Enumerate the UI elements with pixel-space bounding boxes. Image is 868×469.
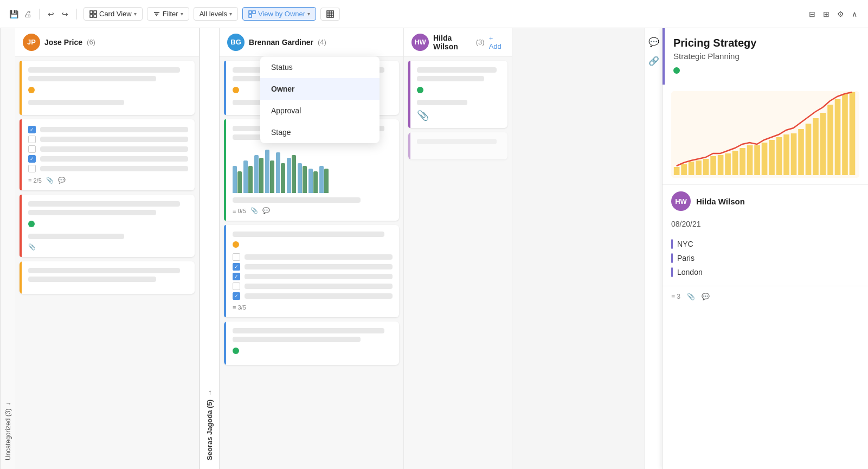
card-accent [408, 61, 410, 128]
card-line [245, 274, 393, 279]
collapse-right-icon[interactable]: ⊞ [821, 9, 831, 19]
card-brennan-3[interactable] [224, 322, 399, 365]
location-nyc: NYC [671, 239, 859, 249]
checkbox[interactable] [28, 145, 36, 153]
detail-locations: NYC Paris London [663, 235, 868, 286]
checkbox[interactable] [28, 126, 36, 133]
card-accent [224, 119, 226, 221]
comment-icon: 💬 [58, 177, 66, 184]
view-by-dropdown: Status Owner Approval Stage [260, 56, 380, 143]
svg-rect-16 [674, 167, 680, 175]
card-line [245, 293, 393, 299]
card-footer: ≡ 0/5 📎 💬 [233, 207, 393, 214]
card-line [233, 328, 384, 333]
seoras-col-wrap: Seoras Jagoda (5) → [200, 28, 220, 469]
svg-rect-29 [769, 140, 775, 175]
col-cards-hilda: 📎 [404, 56, 512, 469]
card-line [28, 76, 156, 81]
attachment-icon: 📎 [46, 177, 54, 184]
svg-rect-2 [90, 15, 93, 17]
column-jose: JP Jose Price (6) [15, 28, 200, 469]
card-jose-3[interactable]: 📎 [20, 195, 195, 257]
view-by-label: View by Owner [258, 10, 305, 18]
detail-status-dot [673, 67, 680, 74]
dropdown-item-status[interactable]: Status [260, 56, 380, 78]
svg-rect-40 [850, 92, 856, 175]
save-icon[interactable]: 💾 [9, 9, 18, 19]
filter-button[interactable]: Filter ▾ [147, 7, 189, 21]
checkbox[interactable] [233, 282, 240, 290]
uncategorized-arrow: ↓ [4, 402, 12, 406]
checkbox-row [28, 165, 188, 172]
settings-icon[interactable]: ⚙ [835, 9, 845, 19]
card-footer: 📎 [28, 243, 188, 250]
chat-icon[interactable]: 💬 [648, 37, 659, 47]
undo-icon[interactable]: ↩ [46, 9, 56, 19]
card-jose-4[interactable] [20, 261, 195, 294]
levels-button[interactable]: All levels ▾ [194, 7, 238, 21]
grid-button[interactable] [320, 8, 340, 21]
dropdown-item-stage[interactable]: Stage [260, 121, 380, 143]
col-header-jose: JP Jose Price (6) [15, 28, 199, 56]
task-count: ≡ 0/5 [233, 208, 246, 214]
svg-rect-36 [820, 113, 826, 175]
filter-chevron: ▾ [181, 11, 183, 17]
task-count: ≡ 3/5 [233, 304, 246, 311]
checkbox-row [28, 136, 188, 143]
checkbox[interactable] [28, 155, 36, 163]
card-hilda-1[interactable]: 📎 [408, 61, 507, 128]
svg-rect-30 [776, 137, 782, 175]
checkbox[interactable] [233, 253, 240, 261]
checkbox[interactable] [233, 263, 240, 271]
print-icon[interactable]: 🖨 [23, 9, 33, 19]
link-icon[interactable]: 🔗 [648, 56, 659, 66]
collapse-left-icon[interactable]: ⊟ [807, 9, 817, 19]
view-by-button[interactable]: View by Owner ▾ [242, 7, 316, 21]
add-button[interactable]: + Add [489, 34, 504, 50]
card-line [245, 254, 393, 260]
svg-rect-26 [747, 145, 753, 175]
card-accent [224, 225, 226, 317]
redo-icon[interactable]: ↪ [60, 9, 70, 19]
card-line [417, 76, 484, 81]
location-label-paris: Paris [677, 254, 695, 262]
card-brennan-2[interactable]: ≡ 3/5 [224, 225, 399, 317]
checkbox[interactable] [28, 136, 36, 143]
card-view-button[interactable]: Card View ▾ [83, 7, 143, 21]
dropdown-item-approval[interactable]: Approval [260, 100, 380, 121]
card-line [28, 67, 180, 73]
card-line [40, 127, 188, 132]
col-title-brennan: Brennan Gardiner [249, 38, 313, 47]
location-london: London [671, 267, 859, 277]
checkbox-row [233, 253, 393, 261]
card-accent [224, 61, 226, 115]
card-jose-2[interactable]: ≡ 2/5 📎 💬 [20, 119, 195, 190]
card-line [28, 234, 124, 239]
filter-label: Filter [163, 10, 178, 18]
card-line [40, 137, 188, 142]
card-hilda-pricing[interactable] [408, 132, 507, 159]
svg-rect-24 [732, 151, 738, 175]
col-count-jose: (6) [87, 38, 95, 46]
col-title-jose: Jose Price [44, 38, 82, 47]
svg-rect-17 [681, 164, 687, 175]
status-dot [233, 348, 239, 354]
card-jose-1[interactable] [20, 61, 195, 115]
card-line [245, 264, 393, 269]
dropdown-item-owner[interactable]: Owner [260, 78, 380, 100]
minimize-icon[interactable]: ∧ [850, 9, 859, 19]
checkbox[interactable] [28, 165, 36, 172]
detail-comment-icon: 💬 [702, 293, 710, 300]
uncategorized-label: Uncategorized (3) [4, 409, 12, 460]
svg-rect-19 [696, 160, 702, 175]
bar-chart [233, 144, 393, 193]
checkbox-row [233, 282, 393, 290]
divider-1 [39, 9, 40, 20]
view-by-chevron: ▾ [307, 11, 310, 17]
svg-rect-27 [754, 145, 760, 175]
checkbox[interactable] [233, 292, 240, 300]
checkbox[interactable] [233, 273, 240, 280]
attachment-icon: 📎 [417, 110, 501, 121]
detail-header: Pricing Strategy Strategic Planning [663, 28, 868, 85]
svg-rect-8 [253, 11, 255, 14]
